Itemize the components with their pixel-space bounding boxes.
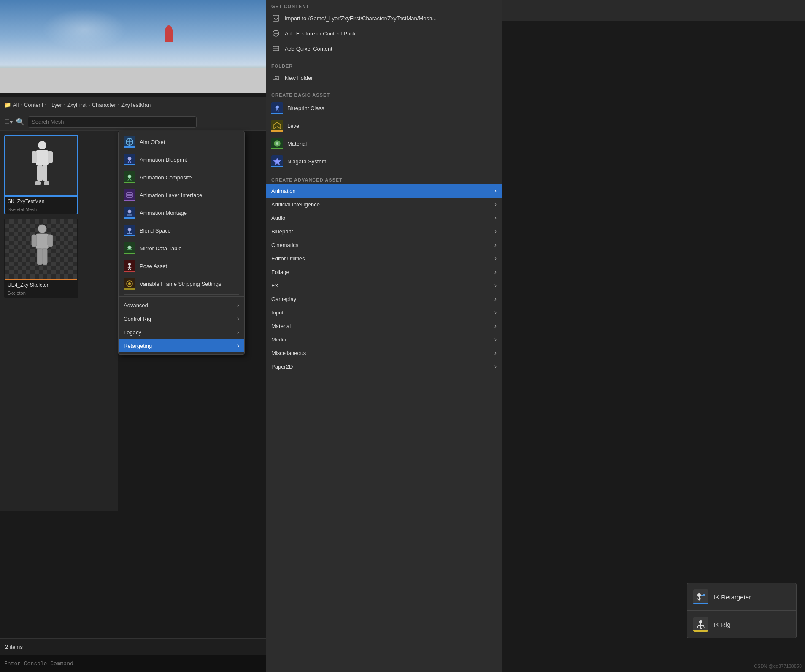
advanced-paper2d-row[interactable]: Paper2D › bbox=[266, 360, 502, 373]
blend-space-label: Blend Space bbox=[140, 228, 171, 234]
add-quixel-item[interactable]: Add Quixel Content bbox=[266, 41, 502, 56]
advanced-paper2d-arrow: › bbox=[494, 363, 497, 370]
nav-item-retargeting[interactable]: Retargeting › bbox=[119, 339, 244, 352]
menu-item-anim-montage[interactable]: Animation Montage bbox=[119, 204, 244, 222]
menu-item-anim-composite[interactable]: Animation Composite bbox=[119, 168, 244, 186]
import-icon bbox=[271, 14, 281, 23]
advanced-foliage-row[interactable]: Foliage › bbox=[266, 265, 502, 279]
material-bar bbox=[271, 148, 283, 149]
nav-item-control-rig[interactable]: Control Rig › bbox=[119, 312, 244, 325]
advanced-ai-label: Artificial Intelligence bbox=[271, 201, 490, 208]
menu-item-anim-layer-interface[interactable]: Animation Layer Interface bbox=[119, 186, 244, 204]
svg-line-53 bbox=[277, 109, 279, 111]
asset-name-1: SK_ZxyTestMan bbox=[5, 197, 77, 206]
search-icon: 🔍 bbox=[16, 118, 24, 126]
advanced-input-arrow: › bbox=[494, 309, 497, 316]
advanced-gameplay-arrow: › bbox=[494, 295, 497, 303]
svg-line-23 bbox=[130, 178, 131, 181]
advanced-blueprint-row[interactable]: Blueprint › bbox=[266, 225, 502, 238]
nav-item-advanced[interactable]: Advanced › bbox=[119, 298, 244, 312]
svg-rect-11 bbox=[48, 235, 53, 247]
svg-rect-7 bbox=[44, 181, 49, 185]
console-input[interactable] bbox=[4, 661, 262, 667]
breadcrumb-item-all[interactable]: All bbox=[13, 102, 19, 108]
asset-type-1: Skeletal Mesh bbox=[5, 206, 77, 214]
menu-item-anim-blueprint[interactable]: Animation Blueprint bbox=[119, 151, 244, 168]
breadcrumb-item-zxyfirst[interactable]: ZxyFirst bbox=[67, 102, 86, 108]
main-context-menu: GET CONTENT Import to /Game/_Lyer/ZxyFir… bbox=[266, 0, 502, 672]
advanced-misc-row[interactable]: Miscellaneous › bbox=[266, 346, 502, 360]
svg-line-69 bbox=[703, 625, 704, 628]
add-feature-item[interactable]: Add Feature or Content Pack... bbox=[266, 26, 502, 41]
status-bar: 2 items bbox=[0, 638, 266, 655]
advanced-input-label: Input bbox=[271, 309, 490, 316]
search-input[interactable] bbox=[28, 116, 197, 128]
svg-rect-12 bbox=[37, 249, 42, 265]
advanced-animation-arrow: › bbox=[494, 187, 497, 195]
material-row[interactable]: Material bbox=[266, 135, 502, 152]
advanced-media-label: Media bbox=[271, 336, 490, 343]
material-icon bbox=[271, 138, 283, 149]
breadcrumb-item-lyer[interactable]: _Lyer bbox=[49, 102, 62, 108]
watermark-text: CSDN @qq377138858 bbox=[754, 664, 802, 669]
ik-rig-item[interactable]: IK Rig bbox=[687, 612, 796, 636]
advanced-media-row[interactable]: Media › bbox=[266, 333, 502, 346]
breadcrumb-sep-4: › bbox=[88, 102, 90, 108]
folder-header: FOLDER bbox=[266, 60, 502, 70]
advanced-blueprint-label: Blueprint bbox=[271, 228, 490, 235]
advanced-animation-label: Animation bbox=[271, 188, 490, 194]
advanced-ai-row[interactable]: Artificial Intelligence › bbox=[266, 198, 502, 211]
advanced-gameplay-row[interactable]: Gameplay › bbox=[266, 292, 502, 306]
advanced-animation-row[interactable]: Animation › bbox=[266, 184, 502, 198]
svg-rect-6 bbox=[35, 181, 41, 185]
advanced-audio-row[interactable]: Audio › bbox=[266, 211, 502, 225]
asset-thumb-sk-zxytestman[interactable]: SK_ZxyTestMan Skeletal Mesh bbox=[4, 135, 78, 214]
material-label: Material bbox=[287, 141, 497, 147]
sep-1 bbox=[266, 58, 502, 58]
breadcrumb-item-zxytestman[interactable]: ZxyTestMan bbox=[121, 102, 151, 108]
breadcrumb-sep-1: › bbox=[20, 102, 22, 108]
advanced-material-row[interactable]: Material › bbox=[266, 319, 502, 333]
svg-point-21 bbox=[128, 175, 131, 178]
svg-point-28 bbox=[128, 228, 131, 231]
niagara-row[interactable]: Niagara System bbox=[266, 152, 502, 170]
advanced-cinematics-row[interactable]: Cinematics › bbox=[266, 238, 502, 252]
sep-2 bbox=[266, 87, 502, 87]
menu-item-variable-frame[interactable]: Variable Frame Stripping Settings bbox=[119, 275, 244, 293]
nav-item-legacy[interactable]: Legacy › bbox=[119, 325, 244, 339]
advanced-fx-row[interactable]: FX › bbox=[266, 279, 502, 292]
advanced-misc-label: Miscellaneous bbox=[271, 350, 490, 356]
svg-line-39 bbox=[130, 268, 131, 270]
advanced-editor-utilities-row[interactable]: Editor Utilities › bbox=[266, 252, 502, 265]
breadcrumb-item-content[interactable]: Content bbox=[24, 102, 43, 108]
import-item[interactable]: Import to /Game/_Lyer/ZxyFirst/Character… bbox=[266, 11, 502, 26]
new-folder-item[interactable]: New Folder bbox=[266, 70, 502, 85]
aim-offset-label: Aim Offset bbox=[140, 139, 165, 145]
sep-3 bbox=[266, 172, 502, 172]
anim-layer-interface-icon bbox=[124, 189, 135, 201]
search-bar: ☰▾ 🔍 bbox=[0, 113, 266, 131]
level-row[interactable]: Level bbox=[266, 117, 502, 135]
blueprint-class-row[interactable]: Blueprint Class bbox=[266, 99, 502, 117]
advanced-audio-arrow: › bbox=[494, 214, 497, 222]
anim-composite-label: Animation Composite bbox=[140, 174, 192, 181]
blueprint-class-icon bbox=[271, 102, 283, 114]
filter-icon[interactable]: ☰▾ bbox=[4, 119, 13, 125]
menu-item-mirror-data-table[interactable]: Mirror Data Table bbox=[119, 239, 244, 257]
nav-item-advanced-arrow: › bbox=[237, 301, 239, 309]
svg-rect-47 bbox=[273, 46, 279, 51]
ik-retargeter-item[interactable]: IK Retargeter bbox=[687, 585, 796, 609]
advanced-foliage-label: Foliage bbox=[271, 269, 490, 275]
add-feature-label: Add Feature or Content Pack... bbox=[285, 30, 360, 37]
breadcrumb-sep-5: › bbox=[118, 102, 119, 108]
console-bar bbox=[0, 655, 266, 672]
menu-item-aim-offset[interactable]: Aim Offset bbox=[119, 133, 244, 151]
nav-item-legacy-arrow: › bbox=[237, 328, 239, 336]
menu-item-pose-asset[interactable]: Pose Asset bbox=[119, 257, 244, 275]
svg-line-52 bbox=[276, 109, 277, 111]
asset-thumb-ue4-skeleton[interactable]: UE4_Zxy Skeleton Skeleton bbox=[4, 219, 78, 298]
advanced-asset-header: CREATE ADVANCED ASSET bbox=[266, 174, 502, 184]
advanced-input-row[interactable]: Input › bbox=[266, 306, 502, 319]
breadcrumb-item-character[interactable]: Character bbox=[92, 102, 116, 108]
menu-item-blend-space[interactable]: Blend Space bbox=[119, 222, 244, 239]
